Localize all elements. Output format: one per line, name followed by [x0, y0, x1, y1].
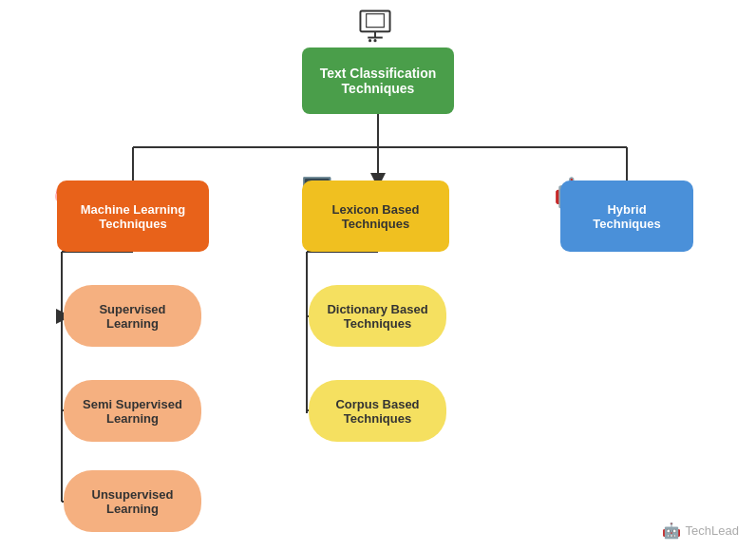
corpus-label: Corpus BasedTechniques: [335, 397, 419, 426]
svg-point-16: [373, 39, 376, 42]
dictionary-label: Dictionary BasedTechniques: [327, 302, 427, 331]
root-node: Text Classification Techniques: [302, 48, 454, 114]
lexicon-label: Lexicon BasedTechniques: [332, 202, 420, 231]
supervised-label: SupervisedLearning: [99, 302, 165, 331]
watermark: 🤖 TechLead: [662, 522, 739, 540]
diagram-container: Text Classification Techniques 🧠 Machine…: [0, 0, 756, 551]
semi-supervised-node: Semi SupervisedLearning: [64, 380, 201, 442]
dictionary-node: Dictionary BasedTechniques: [309, 285, 446, 347]
semi-supervised-label: Semi SupervisedLearning: [83, 397, 182, 426]
ml-label: Machine LearningTechniques: [81, 202, 186, 231]
computer-icon: [356, 10, 394, 43]
svg-rect-12: [367, 14, 385, 28]
supervised-node: SupervisedLearning: [64, 285, 201, 347]
lexicon-node: Lexicon BasedTechniques: [302, 180, 449, 252]
unsupervised-label: UnsupervisedLearning: [92, 487, 174, 516]
corpus-node: Corpus BasedTechniques: [309, 380, 446, 442]
ml-node: Machine LearningTechniques: [57, 180, 209, 252]
svg-point-15: [369, 39, 371, 42]
hybrid-label: HybridTechniques: [593, 202, 660, 231]
root-label: Text Classification Techniques: [302, 66, 454, 96]
unsupervised-node: UnsupervisedLearning: [64, 470, 201, 532]
watermark-text: TechLead: [686, 523, 739, 538]
hybrid-node: HybridTechniques: [560, 180, 693, 252]
